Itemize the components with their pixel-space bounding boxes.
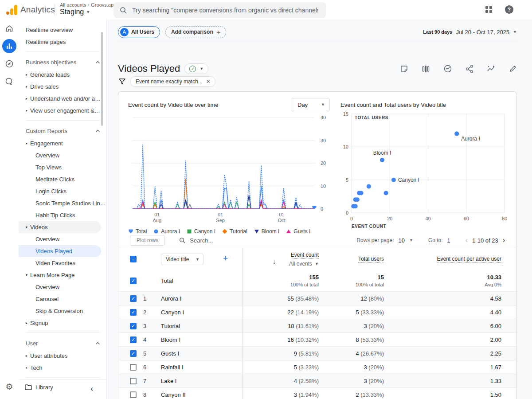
all-users-chip[interactable]: A All Users xyxy=(118,26,160,38)
sidebar-item-videos-played[interactable]: Videos Played xyxy=(19,245,101,257)
sidebar-item-user-attributes[interactable]: ▸User attributes xyxy=(19,350,106,362)
add-comparison-button[interactable]: Add comparison + xyxy=(165,26,226,38)
row-checkbox[interactable] xyxy=(130,364,137,371)
add-dimension-icon[interactable]: + xyxy=(223,254,236,263)
explore-icon[interactable] xyxy=(0,55,19,73)
sidebar-item-generate-leads[interactable]: ▸Generate leads xyxy=(19,69,106,81)
sidebar-item-user[interactable]: User xyxy=(19,336,106,350)
row-checkbox[interactable]: ✓ xyxy=(130,336,137,343)
sidebar-item-top-views[interactable]: Top Views xyxy=(19,161,106,173)
rows-per-page-value[interactable]: 10 xyxy=(398,237,404,244)
legend-item-total[interactable]: Total xyxy=(128,228,147,235)
sidebar-item-learn-more-page[interactable]: ▾Learn More Page xyxy=(19,269,106,281)
sidebar-item-meditate-clicks[interactable]: Meditate Clicks xyxy=(19,173,106,185)
chevron-right-icon[interactable]: ▸ xyxy=(23,85,30,89)
sidebar-item-signup[interactable]: ▸Signup xyxy=(19,317,106,329)
goto-page-input[interactable]: 1 xyxy=(447,237,450,244)
help-icon[interactable]: ? xyxy=(505,5,513,14)
chevron-up-icon[interactable] xyxy=(95,342,100,345)
sidebar-item-habit-tip-clicks[interactable]: Habit Tip Clicks xyxy=(19,209,106,221)
column-total-users[interactable]: Total users xyxy=(358,256,384,263)
chevron-right-icon[interactable]: ▸ xyxy=(23,109,30,113)
account-switcher[interactable]: All accounts › Groovs.app Staging ▼ xyxy=(60,2,116,16)
sort-descending-icon[interactable]: ↓ xyxy=(273,258,276,265)
row-checkbox[interactable]: ✓ xyxy=(130,309,137,316)
sidebar-item-business-objectives[interactable]: Business objectives xyxy=(19,55,106,69)
sidebar-item-understand-web-and-or-app-t[interactable]: ▸Understand web and/or app t... xyxy=(19,93,106,105)
sidebar-item-label: Sonic Temple Studios Link ... xyxy=(35,200,106,207)
sidebar-item-realtime-pages[interactable]: Realtime pages xyxy=(19,36,106,48)
row-checkbox[interactable]: ✓ xyxy=(130,323,137,329)
advertising-icon[interactable] xyxy=(0,73,19,90)
apps-grid-icon[interactable] xyxy=(485,6,493,13)
sparkline-icon[interactable] xyxy=(487,65,496,73)
note-icon[interactable] xyxy=(400,65,408,73)
sidebar-item-custom-reports[interactable]: Custom Reports xyxy=(19,124,106,137)
share-icon[interactable] xyxy=(466,65,473,73)
interval-select[interactable]: Day ▼ xyxy=(291,98,330,111)
settings-gear-icon[interactable]: ⚙ xyxy=(0,382,19,392)
sidebar-item-tech[interactable]: ▸Tech xyxy=(19,362,106,374)
sidebar-item-drive-sales[interactable]: ▸Drive sales xyxy=(19,81,106,93)
table-search-input[interactable] xyxy=(190,237,252,244)
filter-chip[interactable]: Event name exactly match... ✕ xyxy=(130,76,215,87)
row-checkbox[interactable] xyxy=(130,378,137,384)
sidebar-item-realtime-overview[interactable]: Realtime overview xyxy=(19,24,106,36)
totals-checkbox[interactable]: ✓ xyxy=(130,278,137,284)
close-icon[interactable]: ✕ xyxy=(206,78,211,85)
sidebar-item-video-favorites[interactable]: Video Favorites xyxy=(19,257,106,269)
chevron-right-icon[interactable]: ▸ xyxy=(23,73,30,77)
prev-page-icon[interactable]: ‹ xyxy=(466,236,468,244)
search-input[interactable] xyxy=(132,7,318,14)
edit-icon[interactable] xyxy=(509,65,517,73)
column-event-per-user[interactable]: Event count per active user xyxy=(437,256,501,263)
sidebar-item-view-user-engagement-rete[interactable]: ▸View user engagement & rete... xyxy=(19,105,106,117)
sidebar-item-overview[interactable]: Overview xyxy=(19,281,106,293)
row-checkbox[interactable] xyxy=(130,391,137,398)
home-icon[interactable] xyxy=(0,20,19,37)
insights-icon[interactable] xyxy=(443,64,452,73)
sidebar-item-carousel[interactable]: Carousel xyxy=(19,293,106,305)
global-search[interactable] xyxy=(113,2,326,18)
chevron-right-icon[interactable]: ▸ xyxy=(23,354,30,358)
chevron-down-icon[interactable]: ▾ xyxy=(23,141,30,145)
collapse-sidebar-icon[interactable]: ‹ xyxy=(90,384,93,393)
report-status-pill[interactable]: ✓ ▼ xyxy=(184,63,208,74)
legend-item-gusts-i[interactable]: Gusts I xyxy=(286,228,310,235)
legend-item-tutorial[interactable]: Tutorial xyxy=(222,228,247,235)
column-event-filter[interactable]: All events ▼ xyxy=(289,261,319,267)
compare-columns-icon[interactable] xyxy=(422,65,430,73)
column-event-count[interactable]: Event count xyxy=(291,252,319,259)
sidebar-item-engagement[interactable]: ▾Engagement xyxy=(19,137,106,149)
table-search[interactable] xyxy=(179,237,252,244)
sidebar-item-skip-conversion[interactable]: Skip & Conversion xyxy=(19,305,106,317)
chevron-up-icon[interactable] xyxy=(95,129,100,133)
chevron-down-icon[interactable]: ▾ xyxy=(23,225,30,229)
plot-rows-button[interactable]: Plot rows xyxy=(130,235,165,246)
row-checkbox[interactable]: ✓ xyxy=(130,295,137,302)
sidebar-scrollbar[interactable] xyxy=(101,32,103,126)
legend-item-canyon-i[interactable]: Canyon I xyxy=(187,228,215,235)
sidebar-item-label: Custom Reports xyxy=(26,128,67,134)
sidebar-item-overview[interactable]: Overview xyxy=(19,149,106,161)
chevron-right-icon[interactable]: ▸ xyxy=(23,97,30,101)
chevron-down-icon[interactable]: ▾ xyxy=(23,273,30,277)
dimension-select[interactable]: Video title ▼ xyxy=(161,254,203,265)
sidebar-item-videos[interactable]: ▾Videos xyxy=(19,221,101,233)
legend-item-bloom-i[interactable]: Bloom I xyxy=(254,228,280,235)
reports-icon[interactable] xyxy=(0,37,19,55)
next-page-icon[interactable]: › xyxy=(503,236,505,244)
chevron-right-icon[interactable]: ▸ xyxy=(23,321,30,325)
sidebar-item-login-clicks[interactable]: Login Clicks xyxy=(19,185,106,197)
select-all-checkbox[interactable]: − xyxy=(130,256,137,262)
totals-total-users-sub: 100% of total xyxy=(356,282,384,287)
date-range-picker[interactable]: Last 90 days Jul 20 - Oct 17, 2025 ▼ xyxy=(423,29,517,35)
chevron-right-icon[interactable]: ▸ xyxy=(23,366,30,370)
chevron-up-icon[interactable] xyxy=(95,61,100,64)
sidebar-item-overview[interactable]: Overview xyxy=(19,233,106,245)
row-checkbox[interactable]: ✓ xyxy=(130,350,137,357)
sidebar-item-sonic-temple-studios-link[interactable]: Sonic Temple Studios Link ... xyxy=(19,197,106,209)
legend-item-aurora-i[interactable]: Aurora I xyxy=(153,228,180,235)
event-count-cell: 55 (35.48%) xyxy=(243,292,319,305)
chevron-down-icon[interactable]: ▼ xyxy=(409,238,413,243)
